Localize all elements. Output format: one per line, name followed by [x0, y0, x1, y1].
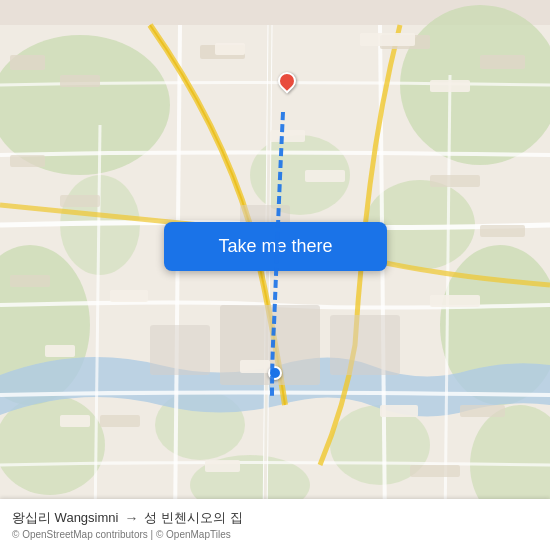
- svg-rect-27: [100, 415, 140, 427]
- destination-label: 성 빈첸시오의 집: [144, 509, 242, 527]
- svg-rect-36: [240, 360, 270, 373]
- svg-rect-32: [430, 80, 470, 92]
- svg-rect-25: [480, 225, 525, 237]
- attribution-text: © OpenStreetMap contributors | © OpenMap…: [12, 529, 538, 540]
- origin-pin: [268, 366, 282, 380]
- svg-point-10: [0, 395, 105, 495]
- svg-rect-40: [430, 295, 480, 307]
- svg-rect-26: [10, 275, 50, 287]
- svg-rect-35: [110, 290, 148, 302]
- svg-rect-31: [215, 43, 245, 55]
- map-container: Take me there 왕십리 Wangsimni → 성 빈첸시오의 집 …: [0, 0, 550, 550]
- svg-rect-33: [270, 130, 305, 142]
- svg-rect-39: [60, 415, 90, 427]
- take-me-there-button[interactable]: Take me there: [164, 222, 387, 271]
- svg-rect-21: [480, 55, 525, 69]
- svg-rect-22: [10, 155, 45, 167]
- svg-rect-37: [45, 345, 75, 357]
- svg-rect-14: [150, 325, 210, 375]
- svg-rect-29: [410, 465, 460, 477]
- origin-label: 왕십리 Wangsimni: [12, 509, 118, 527]
- svg-rect-18: [60, 75, 100, 87]
- svg-rect-34: [305, 170, 345, 182]
- svg-rect-28: [460, 405, 505, 417]
- arrow-icon: →: [124, 510, 138, 526]
- svg-rect-23: [60, 195, 100, 207]
- map-background: [0, 0, 550, 550]
- svg-rect-41: [205, 460, 240, 472]
- svg-rect-24: [430, 175, 480, 187]
- svg-rect-30: [360, 33, 415, 46]
- bottom-bar: 왕십리 Wangsimni → 성 빈첸시오의 집 © OpenStreetMa…: [0, 499, 550, 550]
- svg-rect-15: [330, 315, 400, 375]
- svg-rect-17: [10, 55, 45, 70]
- route-info: 왕십리 Wangsimni → 성 빈첸시오의 집: [12, 509, 538, 527]
- svg-rect-38: [380, 405, 418, 417]
